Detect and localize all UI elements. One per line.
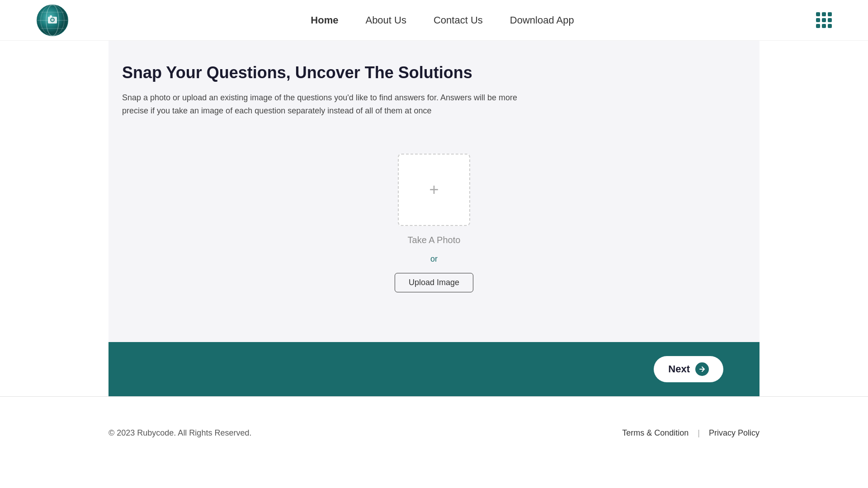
main-content: Snap Your Questions, Uncover The Solutio…	[108, 41, 760, 342]
upload-area: + Take A Photo or Upload Image	[122, 140, 746, 306]
or-separator: or	[430, 254, 438, 264]
privacy-link[interactable]: Privacy Policy	[709, 428, 760, 438]
page-title: Snap Your Questions, Uncover The Solutio…	[122, 63, 746, 82]
page-description: Snap a photo or upload an existing image…	[122, 91, 529, 117]
nav-about[interactable]: About Us	[365, 14, 406, 26]
plus-icon: +	[429, 182, 439, 198]
apps-grid-icon[interactable]	[816, 12, 832, 28]
bottom-footer: © 2023 Rubycode. All Rights Reserved. Te…	[0, 410, 868, 456]
nav-download[interactable]: Download App	[510, 14, 574, 26]
footer-links: Terms & Condition | Privacy Policy	[622, 428, 760, 438]
photo-capture-box[interactable]: +	[398, 154, 470, 226]
nav-contact[interactable]: Contact Us	[434, 14, 483, 26]
logo-icon	[36, 4, 69, 37]
footer-banner: Next	[108, 342, 760, 396]
logo[interactable]	[36, 4, 69, 37]
nav-home[interactable]: Home	[311, 14, 338, 26]
header: Home About Us Contact Us Download App	[0, 0, 868, 41]
next-label: Next	[668, 363, 690, 375]
navigation: Home About Us Contact Us Download App	[311, 14, 574, 26]
upload-image-button[interactable]: Upload Image	[395, 273, 473, 292]
terms-link[interactable]: Terms & Condition	[622, 428, 689, 438]
next-arrow-icon	[695, 362, 709, 376]
next-button[interactable]: Next	[654, 356, 723, 382]
svg-point-9	[51, 19, 54, 21]
footer-divider	[0, 396, 868, 397]
take-photo-label: Take A Photo	[408, 235, 461, 245]
svg-rect-10	[50, 15, 52, 17]
copyright-text: © 2023 Rubycode. All Rights Reserved.	[108, 428, 251, 438]
footer-link-divider: |	[698, 428, 700, 438]
